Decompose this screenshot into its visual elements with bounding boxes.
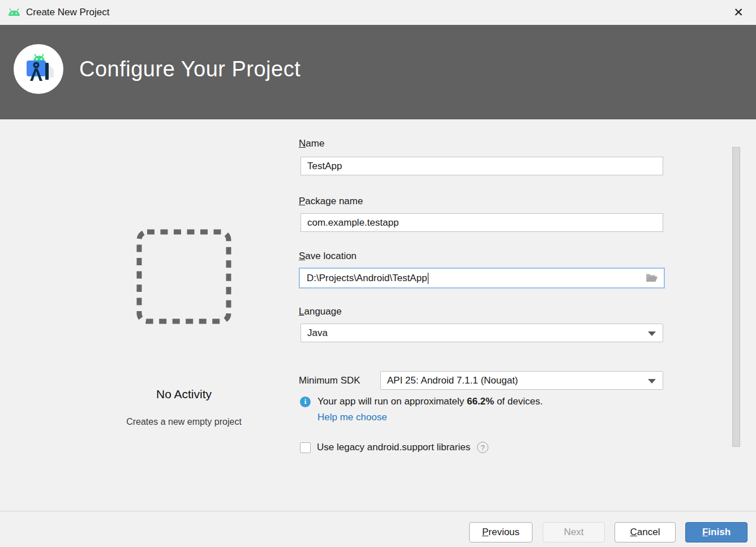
- cancel-button[interactable]: Cancel: [615, 522, 676, 542]
- finish-button-label: Finish: [702, 527, 731, 538]
- close-icon[interactable]: ✕: [729, 3, 748, 21]
- content-area: No Activity Creates a new empty project …: [0, 119, 756, 511]
- project-form: Name TestApp Package name com.example.te…: [299, 138, 663, 489]
- activity-type-title: No Activity: [71, 387, 297, 401]
- language-dropdown[interactable]: Java: [300, 324, 663, 342]
- info-icon: i: [300, 397, 311, 407]
- name-label: Name: [299, 138, 324, 149]
- help-me-choose-link[interactable]: Help me choose: [317, 412, 387, 423]
- sdk-info-prefix: Your app will run on approximately: [317, 396, 467, 407]
- footer-bar: Previous Next Cancel Finish: [0, 511, 756, 547]
- sdk-info-suffix: of devices.: [494, 396, 543, 407]
- text-cursor: [428, 273, 428, 284]
- previous-button-label: Previous: [482, 527, 519, 538]
- save-location-value: D:\Projects\Android\TestApp: [307, 273, 427, 284]
- language-value: Java: [307, 328, 328, 339]
- android-head-icon: [7, 8, 21, 18]
- language-label: Language: [299, 306, 342, 317]
- chevron-down-icon: [648, 331, 656, 336]
- legacy-libraries-checkbox[interactable]: [300, 442, 311, 453]
- chevron-down-icon: [648, 379, 656, 384]
- minimum-sdk-dropdown[interactable]: API 25: Android 7.1.1 (Nougat): [380, 371, 663, 390]
- sdk-info-percentage: 66.2%: [467, 396, 494, 407]
- sdk-info-row: i Your app will run on approximately 66.…: [300, 396, 543, 407]
- window-title: Create New Project: [26, 7, 109, 18]
- finish-button[interactable]: Finish: [685, 522, 748, 542]
- save-location-input[interactable]: D:\Projects\Android\TestApp: [299, 268, 665, 288]
- minimum-sdk-label: Minimum SDK: [299, 375, 360, 386]
- package-name-value: com.example.testapp: [307, 217, 399, 229]
- name-input[interactable]: TestApp: [300, 157, 663, 175]
- previous-button[interactable]: Previous: [469, 522, 532, 542]
- title-bar: Create New Project ✕: [0, 0, 756, 25]
- cancel-button-label: Cancel: [630, 527, 660, 538]
- package-name-input[interactable]: com.example.testapp: [300, 213, 663, 232]
- legacy-libraries-row: Use legacy android.support libraries ?: [300, 442, 488, 453]
- legacy-libraries-label: Use legacy android.support libraries: [317, 442, 470, 453]
- save-location-label: Save location: [299, 251, 356, 262]
- package-name-label: Package name: [299, 196, 363, 207]
- minimum-sdk-value: API 25: Android 7.1.1 (Nougat): [387, 375, 518, 386]
- wizard-header: Configure Your Project: [0, 25, 756, 119]
- help-question-icon[interactable]: ?: [477, 442, 488, 453]
- name-value: TestApp: [307, 161, 342, 172]
- page-title: Configure Your Project: [79, 57, 300, 81]
- android-studio-logo: [14, 44, 63, 94]
- next-button[interactable]: Next: [543, 522, 605, 542]
- android-studio-logo-icon: [22, 53, 55, 85]
- browse-folder-icon[interactable]: [646, 273, 658, 283]
- activity-type-description: Creates a new empty project: [71, 417, 297, 427]
- scrollbar-thumb[interactable]: [732, 147, 740, 447]
- no-activity-placeholder-icon: [136, 229, 231, 324]
- sdk-info-text: Your app will run on approximately 66.2%…: [317, 396, 543, 407]
- next-button-label: Next: [564, 527, 584, 538]
- create-new-project-dialog: Create New Project ✕ Configure Your Proj…: [0, 0, 756, 547]
